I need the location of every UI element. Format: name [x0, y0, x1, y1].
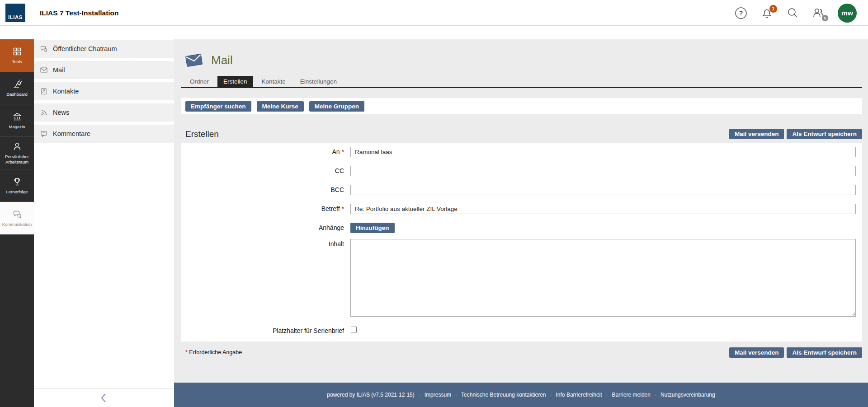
mail-versenden-button-bottom[interactable]: Mail versenden: [729, 347, 784, 358]
serienbrief-label: Platzhalter für Serienbrief: [181, 326, 350, 334]
compose-form: An * CC BCC Betreff * Anhänge Hinzufügen: [181, 143, 862, 342]
cc-input[interactable]: [350, 166, 856, 176]
serienbrief-checkbox[interactable]: [351, 327, 357, 332]
form-row-serienbrief: Platzhalter für Serienbrief: [181, 326, 856, 334]
tab-erstellen[interactable]: Erstellen: [217, 76, 253, 87]
mainbar-item-kommunikation[interactable]: Kommunikation: [0, 202, 34, 234]
chatroom-icon: [40, 45, 48, 53]
als-entwurf-speichern-button-bottom[interactable]: Als Entwurf speichern: [787, 347, 862, 358]
als-entwurf-speichern-button-top[interactable]: Als Entwurf speichern: [787, 129, 862, 139]
slate-item-label: News: [53, 109, 69, 116]
online-users-count-badge: 5: [822, 15, 828, 21]
mainbar-item-label: Persönlicher Arbeitsraum: [1, 154, 33, 164]
top-header: ILIAS ILIAS 7 Test-Installation ? 1: [0, 0, 868, 26]
slate-item-news[interactable]: News: [34, 103, 174, 122]
svg-text:?: ?: [739, 9, 743, 17]
news-icon: [40, 108, 48, 117]
form-row-anhaenge: Anhänge Hinzufügen: [181, 223, 856, 233]
ilias-logo[interactable]: ILIAS: [5, 4, 25, 22]
form-actions-bottom: Mail versenden Als Entwurf speichern: [729, 347, 862, 358]
collapse-slate-button[interactable]: [96, 390, 112, 406]
betreff-label: Betreff *: [181, 204, 350, 214]
form-actions-top: Mail versenden Als Entwurf speichern: [729, 129, 862, 139]
hinzufuegen-button[interactable]: Hinzufügen: [350, 223, 395, 233]
tab-ordner[interactable]: Ordner: [184, 76, 215, 87]
dashboard-icon: [12, 79, 22, 89]
tab-einstellungen[interactable]: Einstellungen: [294, 76, 343, 87]
inhalt-label: Inhalt: [181, 239, 350, 318]
grid-icon: [12, 47, 22, 56]
page-title: Mail: [211, 53, 233, 67]
mainbar-item-magazin[interactable]: Magazin: [0, 104, 34, 137]
app-root: ILIAS ILIAS 7 Test-Installation ? 1: [0, 0, 868, 407]
footer-link-nutzungsvereinbarung[interactable]: Nutzungsvereinbarung: [660, 392, 715, 398]
footer-link-info-barrierefreiheit[interactable]: Info Barrierefreiheit: [556, 392, 602, 398]
inhalt-textarea[interactable]: [350, 239, 856, 317]
mail-icon: [40, 66, 48, 74]
powered-by-link[interactable]: powered by ILIAS (v7.5 2021-12-15): [327, 392, 414, 398]
slate-item-label: Kommentare: [53, 130, 90, 137]
user-avatar[interactable]: mw: [838, 4, 857, 23]
footer-separator: ·: [550, 392, 552, 398]
search-icon: [787, 7, 799, 19]
footer-link-impressum[interactable]: Impressum: [425, 392, 451, 398]
logo-text: ILIAS: [8, 14, 23, 20]
avatar-initials: mw: [841, 9, 853, 17]
slate-item-label: Mail: [53, 66, 65, 74]
help-icon: ?: [735, 7, 747, 19]
search-button[interactable]: [786, 7, 799, 19]
footer-separator: ·: [655, 392, 656, 398]
slate-item-mail[interactable]: Mail: [34, 61, 174, 79]
form-row-an: An *: [181, 147, 856, 157]
slate-item-kommentare[interactable]: Kommentare: [34, 125, 174, 143]
tab-kontakte[interactable]: Kontakte: [256, 76, 292, 87]
notifications-button[interactable]: 1: [760, 7, 773, 19]
mainbar-item-label: Tools: [12, 59, 22, 64]
an-label: An *: [181, 147, 350, 157]
meine-kurse-button[interactable]: Meine Kurse: [257, 101, 304, 112]
bcc-label: BCC: [181, 185, 350, 195]
footer-separator: ·: [455, 392, 457, 398]
meine-gruppen-button[interactable]: Meine Gruppen: [309, 101, 364, 112]
mainbar-item-dashboard[interactable]: Dashboard: [0, 72, 34, 104]
repository-icon: [12, 112, 22, 122]
footer-link-technische-betreuung[interactable]: Technische Betreuung kontaktieren: [461, 392, 546, 398]
notifications-count-badge: 1: [769, 5, 777, 13]
slate-footer: [34, 388, 174, 407]
mail-object-icon: [184, 51, 203, 69]
online-users-button[interactable]: 5: [812, 7, 825, 19]
tab-bar: Ordner Erstellen Kontakte Einstellungen: [181, 76, 862, 88]
footer-link-barriere-melden[interactable]: Barriere melden: [612, 392, 651, 398]
anhaenge-label: Anhänge: [181, 223, 350, 233]
mainbar: Tools Dashboard Magazin: [0, 39, 34, 407]
metabar: ? 1: [735, 0, 868, 26]
form-header-row: Erstellen Mail versenden Als Entwurf spe…: [181, 128, 862, 140]
mainbar-item-tools[interactable]: Tools: [0, 39, 34, 72]
contacts-icon: [40, 87, 48, 95]
mail-toolbar: Empfänger suchen Meine Kurse Meine Grupp…: [181, 98, 862, 114]
slate-item-kontakte[interactable]: Kontakte: [34, 82, 174, 100]
footer-separator: ·: [419, 392, 420, 398]
achievements-icon: [12, 177, 22, 187]
form-row-inhalt: Inhalt: [181, 239, 856, 318]
required-hint: * Erforderliche Angabe: [185, 349, 242, 356]
page-footer: powered by ILIAS (v7.5 2021-12-15) · Imp…: [174, 383, 868, 407]
cc-label: CC: [181, 166, 350, 176]
footer-separator: ·: [606, 392, 608, 398]
workspace-icon: [12, 141, 22, 151]
mainbar-item-persoenlicher-arbeitsraum[interactable]: Persönlicher Arbeitsraum: [0, 137, 34, 169]
comments-icon: [40, 130, 48, 138]
form-section-title: Erstellen: [185, 129, 219, 139]
main-content: Mail Ordner Erstellen Kontakte Einstellu…: [174, 39, 868, 383]
mainbar-item-lernerfolge[interactable]: Lernerfolge: [0, 169, 34, 202]
chevron-left-icon: [99, 393, 108, 403]
slate-item-label: Kontakte: [53, 88, 79, 95]
bcc-input[interactable]: [350, 185, 856, 195]
slate-item-oeffentlicher-chatraum[interactable]: Öffentlicher Chatraum: [34, 40, 174, 58]
mail-versenden-button-top[interactable]: Mail versenden: [729, 129, 784, 139]
an-input[interactable]: [350, 147, 856, 157]
slate-item-label: Öffentlicher Chatraum: [53, 45, 117, 52]
empfaenger-suchen-button[interactable]: Empfänger suchen: [185, 101, 251, 112]
betreff-input[interactable]: [350, 204, 856, 214]
help-button[interactable]: ?: [735, 7, 747, 19]
